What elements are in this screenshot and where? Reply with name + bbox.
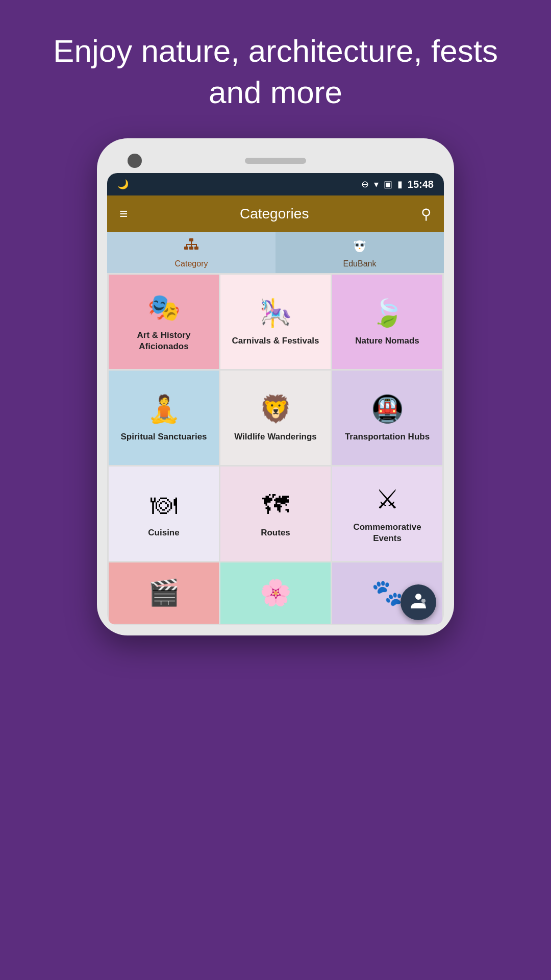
moon-icon: 🌙 [117,179,129,190]
tab-category-icon [183,237,199,257]
status-left-icons: 🌙 [117,179,129,190]
category-card-spiritual[interactable]: 🧘 Spiritual Sanctuaries [109,371,219,465]
flora-icon: 🌸 [260,578,291,607]
categories-grid: 🎭 Art & History Aficionados 🎠 Carnivals … [107,273,444,562]
cuisine-label: Cuisine [148,527,179,538]
category-card-nature[interactable]: 🍃 Nature Nomads [332,275,442,369]
phone-frame: 🌙 ⊖ ▾ ▣ ▮ 15:48 ≡ Categories ⚲ [97,138,454,635]
spiritual-label: Spiritual Sanctuaries [120,431,207,443]
wildlife-label: Wildlife Wanderings [234,431,317,443]
battery-icon: ▮ [397,179,403,190]
commemorative-label: Commemorative Events [340,522,435,544]
status-right-icons: ⊖ ▾ ▣ ▮ 15:48 [361,179,434,190]
category-card-flora[interactable]: 🌸 [220,562,331,624]
fab-icon [408,591,429,615]
partial-row: 🎬 🌸 🐾 [107,562,444,625]
phone-camera [128,154,142,168]
category-card-cuisine[interactable]: 🍽 Cuisine [109,467,219,561]
app-bar-title: Categories [240,206,309,222]
cuisine-icon: 🍽 [151,492,177,518]
art-history-icon: 🎭 [147,294,181,321]
category-card-film[interactable]: 🎬 [109,562,219,624]
category-card-commemorative[interactable]: ⚔ Commemorative Events [332,467,442,561]
transport-icon: 🚇 [371,396,404,422]
status-time: 15:48 [408,179,434,190]
transport-label: Transportation Hubs [345,431,430,443]
svg-point-13 [361,243,364,246]
app-bar: ≡ Categories ⚲ [107,195,444,232]
category-card-art-history[interactable]: 🎭 Art & History Aficionados [109,275,219,369]
paw-icon: 🐾 [371,578,403,607]
spiritual-icon: 🧘 [147,396,181,422]
tab-bar: Category E [107,232,444,273]
header-tagline: Enjoy nature, architecture, fests and mo… [0,0,551,138]
svg-rect-4 [191,241,192,244]
mute-icon: ⊖ [361,179,369,190]
svg-rect-7 [191,244,192,248]
svg-rect-0 [189,238,193,241]
tab-category[interactable]: Category [107,232,276,273]
search-icon[interactable]: ⚲ [421,206,432,223]
tab-edubank-label: EduBank [343,259,377,268]
nature-icon: 🍃 [371,300,404,326]
menu-icon[interactable]: ≡ [119,206,128,222]
wildlife-icon: 🦁 [259,396,292,422]
wifi-icon: ▾ [374,179,379,190]
phone-notch [107,149,444,173]
nature-label: Nature Nomads [355,335,419,347]
category-card-wildlife[interactable]: 🦁 Wildlife Wanderings [220,371,331,465]
category-card-transport[interactable]: 🚇 Transportation Hubs [332,371,442,465]
phone-screen: 🌙 ⊖ ▾ ▣ ▮ 15:48 ≡ Categories ⚲ [107,173,444,625]
signal-icon: ▣ [384,179,392,190]
phone-speaker [245,158,306,164]
svg-point-16 [421,599,425,603]
carnivals-label: Carnivals & Festivals [232,335,319,347]
fab-button[interactable] [400,584,436,620]
svg-point-12 [356,243,359,246]
category-card-carnivals[interactable]: 🎠 Carnivals & Festivals [220,275,331,369]
status-bar: 🌙 ⊖ ▾ ▣ ▮ 15:48 [107,173,444,195]
svg-rect-6 [186,244,187,248]
routes-label: Routes [261,527,290,538]
art-history-label: Art & History Aficionados [116,330,211,352]
commemorative-icon: ⚔ [375,486,399,512]
carnivals-icon: 🎠 [259,300,292,326]
tab-edubank-icon [352,237,368,257]
category-card-routes[interactable]: 🗺 Routes [220,467,331,561]
tab-category-label: Category [175,259,208,268]
svg-rect-8 [196,244,197,248]
film-icon: 🎬 [148,578,180,607]
tab-edubank[interactable]: EduBank [276,232,444,273]
svg-point-15 [415,594,421,600]
routes-icon: 🗺 [262,492,289,518]
